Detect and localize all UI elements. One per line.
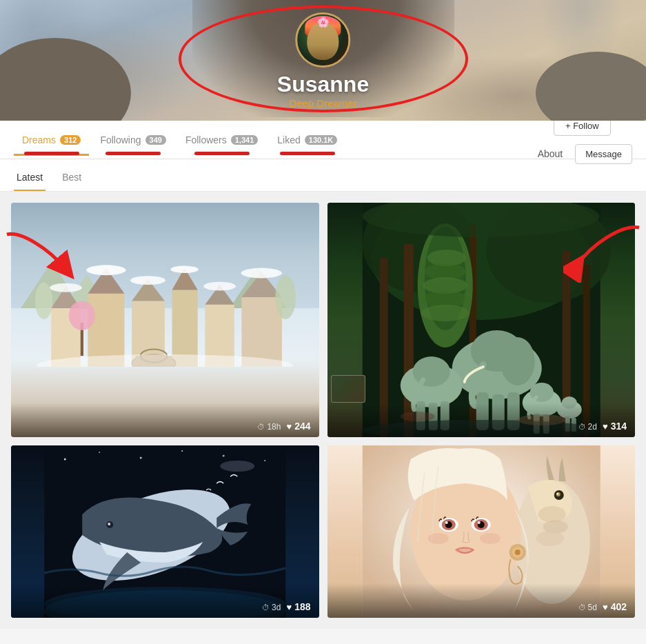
tab-following[interactable]: Following 349 [92, 123, 174, 156]
svg-point-66 [64, 459, 66, 461]
about-link[interactable]: About [532, 145, 569, 162]
clock-icon-3: ⏱ [262, 603, 270, 612]
image-1-time: ⏱ 18h [257, 422, 281, 432]
clock-icon-1: ⏱ [257, 423, 265, 431]
images-grid: ⏱ 18h ♥ 244 [0, 192, 646, 629]
profile-info-area: 🌸 Susanne Deep Dreamer [277, 12, 369, 109]
nav-tabs-bar: Dreams 312 Following 349 Followers 1,341… [0, 121, 646, 159]
svg-point-83 [536, 531, 563, 546]
image-3-overlay: ⏱ 3d ♥ 188 [11, 583, 319, 618]
svg-point-18 [171, 265, 199, 273]
image-item-2[interactable]: ⏱ 2d ♥ 314 [327, 203, 636, 437]
svg-point-95 [477, 521, 480, 524]
image-4-likes: ♥ 402 [603, 601, 627, 612]
svg-point-71 [264, 460, 265, 461]
svg-point-17 [130, 276, 165, 285]
image-item-4[interactable]: ⏱ 5d ♥ 402 [327, 445, 636, 618]
tab-dreams-label: Dreams [22, 134, 56, 145]
image-2-elephants [327, 203, 636, 437]
svg-point-96 [455, 547, 473, 554]
annotation-underline-following [105, 152, 161, 155]
svg-point-68 [140, 457, 142, 459]
svg-point-70 [223, 455, 225, 457]
tab-dreams-badge: 312 [60, 135, 81, 145]
image-2-likes: ♥ 314 [603, 421, 627, 432]
tab-liked-badge: 130.1K [305, 135, 337, 145]
svg-point-19 [204, 282, 236, 291]
tab-dreams[interactable]: Dreams 312 [14, 123, 89, 156]
avatar-image: 🌸 [298, 14, 349, 66]
svg-point-97 [427, 533, 448, 544]
image-1-likes: ♥ 244 [286, 421, 310, 432]
sort-tab-best-label: Best [62, 172, 81, 183]
image-4-overlay: ⏱ 5d ♥ 402 [327, 583, 636, 618]
avatar-flower-decoration: 🌸 [317, 17, 329, 28]
image-3-time: ⏱ 3d [262, 603, 281, 612]
svg-point-23 [276, 275, 296, 319]
tab-followers-badge: 1,341 [231, 135, 259, 145]
svg-point-22 [35, 283, 53, 319]
profile-name: Susanne [277, 72, 369, 97]
avatar: 🌸 [296, 12, 351, 68]
svg-point-77 [108, 523, 110, 525]
image-1-overlay: ⏱ 18h ♥ 244 [11, 403, 319, 437]
sort-tab-latest-label: Latest [17, 172, 43, 183]
tab-liked-label: Liked [277, 134, 300, 145]
clock-icon-2: ⏱ [578, 423, 586, 431]
heart-icon-1: ♥ [286, 421, 292, 432]
image-2-overlay: ⏱ 2d ♥ 314 [327, 403, 636, 437]
sort-tab-latest[interactable]: Latest [14, 168, 46, 191]
tab-following-label: Following [100, 134, 141, 145]
heart-icon-2: ♥ [603, 421, 608, 432]
svg-point-16 [87, 265, 126, 275]
svg-point-72 [220, 461, 254, 472]
sort-tab-best[interactable]: Best [59, 168, 84, 191]
svg-point-98 [479, 533, 500, 544]
svg-point-91 [445, 521, 447, 524]
annotation-underline-liked [280, 152, 335, 155]
annotation-underline-dreams [24, 152, 79, 155]
profile-subtitle: Deep Dreamer [289, 97, 356, 109]
svg-point-20 [241, 268, 283, 279]
village-houses-svg [26, 250, 303, 367]
svg-point-101 [514, 550, 520, 555]
image-4-time: ⏱ 5d [578, 603, 597, 612]
avatar-face [307, 22, 339, 60]
sort-tabs-bar: Latest Best [0, 159, 646, 192]
image-1-snowy-village [11, 203, 319, 437]
heart-icon-4: ♥ [603, 602, 608, 612]
profile-banner: 🌸 Susanne Deep Dreamer [0, 0, 646, 121]
profile-actions: + Follow About Message [532, 116, 632, 164]
svg-point-69 [181, 450, 183, 452]
image-2-time: ⏱ 2d [578, 422, 597, 432]
svg-point-86 [556, 493, 558, 495]
svg-point-15 [50, 283, 82, 292]
heart-icon-3: ♥ [286, 602, 292, 612]
svg-point-44 [500, 337, 534, 385]
image-item-1[interactable]: ⏱ 18h ♥ 244 [11, 203, 319, 437]
tab-followers-label: Followers [185, 134, 227, 145]
profile-actions-row2: About Message [532, 144, 632, 164]
svg-point-25 [69, 301, 95, 330]
image-3-likes: ♥ 188 [286, 601, 310, 612]
elephants-svg [327, 203, 636, 437]
svg-point-49 [412, 356, 450, 387]
message-button[interactable]: Message [575, 144, 632, 164]
tab-liked[interactable]: Liked 130.1K [269, 123, 345, 156]
tab-following-badge: 349 [145, 135, 166, 145]
svg-point-41 [421, 305, 469, 321]
image-2-thumbnail [331, 375, 365, 403]
tab-followers[interactable]: Followers 1,341 [177, 123, 266, 156]
image-item-3[interactable]: ⏱ 3d ♥ 188 [11, 445, 319, 618]
annotation-underline-followers [194, 152, 250, 155]
svg-point-67 [99, 452, 100, 453]
clock-icon-4: ⏱ [578, 603, 586, 612]
svg-rect-10 [242, 297, 282, 367]
